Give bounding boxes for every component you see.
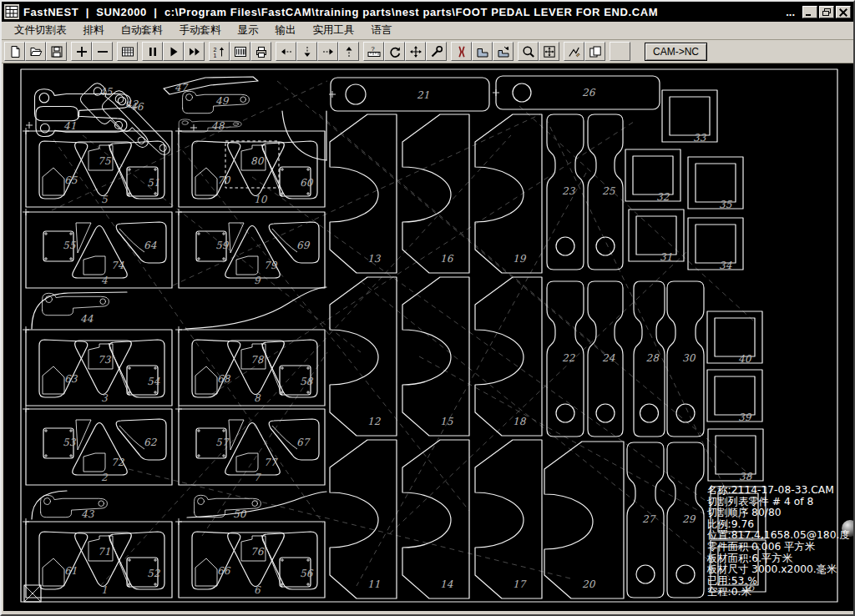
nested-part-40[interactable]: 40 — [707, 311, 762, 365]
spacer-button[interactable] — [610, 42, 630, 61]
nc-code-button[interactable] — [230, 42, 250, 61]
nested-part-49[interactable]: 49 — [183, 91, 250, 113]
part-return-button[interactable] — [493, 42, 514, 61]
part-number-label: 8 — [254, 392, 261, 404]
nested-part-19[interactable]: 19 — [475, 114, 542, 273]
status-line-9: 空程:0.米 — [707, 586, 751, 598]
part-number-label: 79 — [264, 260, 278, 271]
nest-block-3[interactable]: 6373543 — [26, 330, 172, 406]
part-number-label: 32 — [656, 191, 670, 203]
zoom-out-button[interactable] — [92, 42, 113, 61]
nest-block-10[interactable]: 70806010 — [179, 131, 325, 207]
draw-line-button[interactable] — [564, 42, 584, 61]
menu-item-5[interactable]: 输出 — [267, 22, 305, 40]
nested-part-48[interactable]: 48 — [179, 119, 241, 132]
zoom-window-button[interactable] — [518, 42, 539, 61]
fast-nest-button[interactable] — [184, 42, 205, 61]
nested-part-33[interactable]: 33 — [662, 90, 717, 144]
part-shape-button[interactable] — [472, 42, 493, 61]
part-number-label: 16 — [440, 253, 454, 265]
nested-part-42[interactable]: 42 — [35, 89, 139, 121]
nested-part-28[interactable]: 28 — [634, 281, 665, 437]
nested-part-30[interactable]: 30 — [667, 281, 704, 437]
nested-part-41[interactable]: 41 — [36, 107, 127, 137]
nested-part-20[interactable]: 20 — [544, 442, 624, 598]
nested-part-21[interactable]: 21 — [331, 78, 489, 111]
nested-part-24[interactable]: 24 — [588, 281, 623, 437]
save-button[interactable] — [46, 42, 67, 61]
menu-item-4[interactable]: 显示 — [230, 22, 267, 40]
title-bar[interactable]: FastNEST | SUN2000 | c:\Program Files\Fa… — [2, 2, 853, 22]
move-right-button[interactable] — [317, 42, 338, 61]
nested-part-23[interactable]: 23 — [547, 114, 584, 270]
restore-button[interactable] — [819, 6, 834, 18]
zoom-extents-button[interactable] — [539, 42, 559, 61]
nested-part-18[interactable]: 18 — [475, 277, 542, 436]
menu-item-2[interactable]: 自动套料 — [113, 22, 171, 40]
menu-item-7[interactable]: 语言 — [363, 22, 401, 40]
part-number-label: 2 — [101, 472, 109, 483]
setup-button[interactable] — [426, 42, 447, 61]
copy-part-button[interactable] — [584, 42, 605, 61]
menu-item-1[interactable]: 排料 — [75, 22, 113, 40]
nested-part-26[interactable]: 26 — [496, 76, 660, 109]
nested-part-13[interactable]: 13 — [330, 114, 397, 273]
nested-part-44[interactable]: 44 — [43, 293, 109, 325]
new-file-button[interactable] — [4, 42, 25, 61]
move-left-button[interactable] — [276, 42, 296, 61]
print-button[interactable] — [250, 42, 271, 61]
part-number-label: 38 — [739, 471, 753, 482]
cut-button[interactable] — [451, 42, 472, 61]
nesting-canvas[interactable]: 6575515708060105574644597969963735436878… — [3, 63, 853, 611]
measure-button[interactable]: ? — [363, 42, 384, 61]
minimize-button[interactable] — [802, 6, 817, 18]
nest-block-2[interactable]: 5372622 — [26, 409, 172, 485]
nested-part-29[interactable]: 29 — [667, 442, 704, 598]
nest-block-1[interactable]: 6171521 — [26, 522, 172, 598]
status-line-8: 已用:53.% — [707, 575, 757, 587]
pierce-marker — [329, 91, 336, 98]
nest-block-8[interactable]: 6878588 — [179, 330, 325, 406]
nest-block-5[interactable]: 6575515 — [26, 131, 172, 207]
cam-to-nc-button[interactable]: CAM->NC — [645, 43, 707, 61]
nest-block-7[interactable]: 5777677 — [179, 409, 325, 485]
nest-block-9[interactable]: 5979699 — [179, 212, 325, 288]
part-number-label: 77 — [264, 457, 278, 468]
nested-part-47[interactable]: 47 — [164, 77, 258, 94]
move-up-button[interactable] — [338, 42, 359, 61]
part-number-label: 39 — [738, 412, 752, 423]
nested-part-38[interactable]: 38 — [708, 429, 763, 482]
open-file-button[interactable] — [25, 42, 46, 61]
nested-part-34[interactable]: 34 — [688, 218, 743, 271]
nested-part-32[interactable]: 32 — [625, 149, 680, 203]
nested-part-39[interactable]: 39 — [707, 370, 762, 423]
nested-part-43[interactable]: 43 — [41, 495, 108, 520]
rotate-part-button[interactable] — [384, 42, 405, 61]
nested-part-15[interactable]: 15 — [402, 277, 469, 436]
part-number-label: 46 — [130, 101, 144, 113]
nested-part-17[interactable]: 17 — [475, 440, 542, 598]
part-number-label: 14 — [440, 578, 453, 590]
datum-move-button[interactable] — [405, 42, 426, 61]
menu-item-3[interactable]: 手动套料 — [171, 22, 230, 40]
menu-item-0[interactable]: 文件切割表 — [6, 22, 75, 40]
sequence-button[interactable]: 21 — [209, 42, 230, 61]
nested-part-25[interactable]: 25 — [588, 114, 623, 270]
traverse-path — [100, 135, 511, 586]
plus-icon — [75, 45, 89, 58]
menu-item-6[interactable]: 实用工具 — [305, 22, 363, 40]
nested-part-35[interactable]: 35 — [688, 157, 743, 210]
pause-nest-button[interactable] — [142, 42, 163, 61]
zoomwin-icon — [522, 45, 535, 58]
move-down-button[interactable] — [296, 42, 317, 61]
nest-block-6[interactable]: 6676566 — [179, 522, 325, 598]
nested-part-31[interactable]: 31 — [629, 210, 684, 263]
plate-grid-button[interactable] — [117, 42, 138, 61]
zoom-in-button[interactable] — [71, 42, 92, 61]
nested-part-22[interactable]: 22 — [547, 281, 584, 437]
fit-icon — [543, 45, 556, 58]
nested-part-14[interactable]: 14 — [402, 440, 469, 598]
nested-part-12[interactable]: 12 — [330, 277, 397, 436]
close-button[interactable] — [836, 6, 851, 18]
run-nest-button[interactable] — [163, 42, 184, 61]
